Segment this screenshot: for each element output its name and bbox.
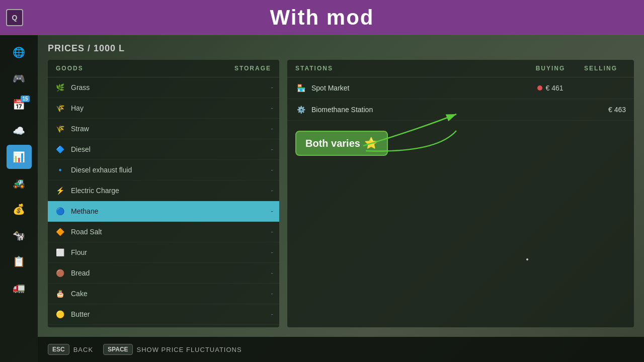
grass-icon: 🌿 [54,81,66,94]
bread-name: Bread [71,269,271,277]
hay-icon: 🌾 [54,102,66,114]
sidebar-item-animal[interactable]: 🐄 [7,223,32,247]
goods-col-header: GOODS [56,65,234,72]
cake-icon: 🎂 [54,288,66,300]
straw-value: - [271,125,273,133]
goods-row-butter[interactable]: 🟡 Butter - [48,304,279,325]
diesel-name: Diesel [71,145,271,153]
goods-row-straw[interactable]: 🌾 Straw - [48,119,279,139]
cake-name: Cake [71,290,271,298]
grass-value: - [271,83,273,92]
spot-market-name: Spot Market [311,84,525,92]
sidebar-item-steering[interactable]: 🎮 [7,66,32,90]
back-label: BACK [73,346,93,353]
spot-market-buying: € 461 [525,84,576,92]
spot-market-icon: 🏪 [295,82,306,94]
buying-col-header: BUYING [525,65,576,72]
roadsalt-value: - [271,228,273,236]
sidebar-item-weather[interactable]: ☁️ [7,119,32,143]
goods-row-hay[interactable]: 🌾 Hay - [48,98,279,119]
hay-value: - [271,104,273,112]
goods-row-grass[interactable]: 🌿 Grass - [48,77,279,98]
electric-value: - [271,187,273,195]
stations-panel: STATIONS BUYING SELLING 🏪 Spot Market € … [287,60,634,327]
bread-icon: 🟤 [54,267,66,279]
def-value: - [271,166,273,174]
goods-row-electric[interactable]: ⚡ Electric Charge - [48,180,279,201]
storage-col-header: STORAGE [234,65,271,72]
columns-layout: GOODS STORAGE 🌿 Grass - 🌾 Hay - 🌾 Straw [48,60,634,327]
methane-value: - [271,207,273,215]
stations-header: STATIONS BUYING SELLING [287,60,634,77]
butter-name: Butter [71,310,271,318]
biomethane-name: Biomethane Station [311,106,525,114]
goods-row-flour[interactable]: ⬜ Flour - [48,242,279,263]
straw-name: Straw [71,125,271,133]
star-icon: ⭐ [364,137,378,150]
cake-value: - [271,290,273,298]
both-varies-badge: Both varies ⭐ [295,131,388,156]
def-icon: 🔹 [54,164,66,176]
butter-icon: 🟡 [54,308,66,320]
goods-row-cheese[interactable]: 🧀 Cheese - [48,325,279,327]
goods-row-bread[interactable]: 🟤 Bread - [48,263,279,284]
diesel-icon: 🔷 [54,143,66,155]
sidebar-item-transport[interactable]: 🚛 [7,276,32,300]
page-header-title: With mod [270,6,374,30]
methane-icon: 🔵 [54,205,66,217]
space-key[interactable]: SPACE [103,344,132,355]
esc-key[interactable]: ESC [48,344,69,355]
bottom-bar: ESC BACK SPACE SHOW PRICE FLUCTUATIONS [38,337,644,362]
spot-market-price: € 461 [545,84,563,92]
fluctuations-label: SHOW PRICE FLUCTUATIONS [137,346,242,353]
goods-panel: GOODS STORAGE 🌿 Grass - 🌾 Hay - 🌾 Straw [48,60,279,327]
roadsalt-icon: 🔶 [54,226,66,238]
flour-value: - [271,248,273,256]
main-content: PRICES / 1000 L GOODS STORAGE 🌿 Grass - … [38,35,644,337]
selling-col-header: SELLING [576,65,626,72]
space-combo: SPACE SHOW PRICE FLUCTUATIONS [103,344,242,355]
station-row-spot-market[interactable]: 🏪 Spot Market € 461 [287,77,634,99]
biomethane-icon: ⚙️ [295,104,306,115]
flour-name: Flour [71,248,271,256]
sidebar-item-tractor[interactable]: 🚜 [7,171,32,195]
q-button[interactable]: Q [6,9,23,26]
goods-row-def[interactable]: 🔹 Diesel exhaust fluid - [48,160,279,180]
sidebar: 🌐 🎮 📅15 ☁️ 📊 🚜 💰 🐄 📋 🚛 [0,35,38,362]
goods-row-roadsalt[interactable]: 🔶 Road Salt - [48,222,279,242]
roadsalt-name: Road Salt [71,228,271,236]
esc-combo: ESC BACK [48,344,93,355]
biomethane-selling: € 463 [576,106,626,114]
sidebar-item-chart[interactable]: 📊 [7,145,32,169]
sidebar-item-globe[interactable]: 🌐 [7,40,32,64]
red-dot-indicator [537,85,542,90]
goods-row-diesel[interactable]: 🔷 Diesel - [48,139,279,160]
straw-icon: 🌾 [54,123,66,135]
both-varies-text: Both varies [305,138,360,149]
electric-icon: ⚡ [54,185,66,197]
sidebar-item-list[interactable]: 📋 [7,249,32,274]
def-name: Diesel exhaust fluid [71,166,271,174]
page-title: PRICES / 1000 L [48,43,634,54]
goods-row-cake[interactable]: 🎂 Cake - [48,284,279,304]
methane-name: Methane [71,207,271,215]
goods-row-methane[interactable]: 🔵 Methane - [48,201,279,222]
goods-header: GOODS STORAGE [48,60,279,77]
butter-value: - [271,310,273,318]
station-row-biomethane[interactable]: ⚙️ Biomethane Station € 463 [287,99,634,121]
diesel-value: - [271,145,273,153]
grass-name: Grass [71,83,271,92]
sidebar-item-calendar[interactable]: 📅15 [7,93,32,117]
flour-icon: ⬜ [54,246,66,258]
bread-value: - [271,269,273,277]
hay-name: Hay [71,104,271,112]
goods-list[interactable]: 🌿 Grass - 🌾 Hay - 🌾 Straw - 🔷 Diesel [48,77,279,327]
top-banner: Q With mod [0,0,644,35]
stations-col-header: STATIONS [295,65,525,72]
electric-name: Electric Charge [71,187,271,195]
sidebar-item-money[interactable]: 💰 [7,197,32,221]
